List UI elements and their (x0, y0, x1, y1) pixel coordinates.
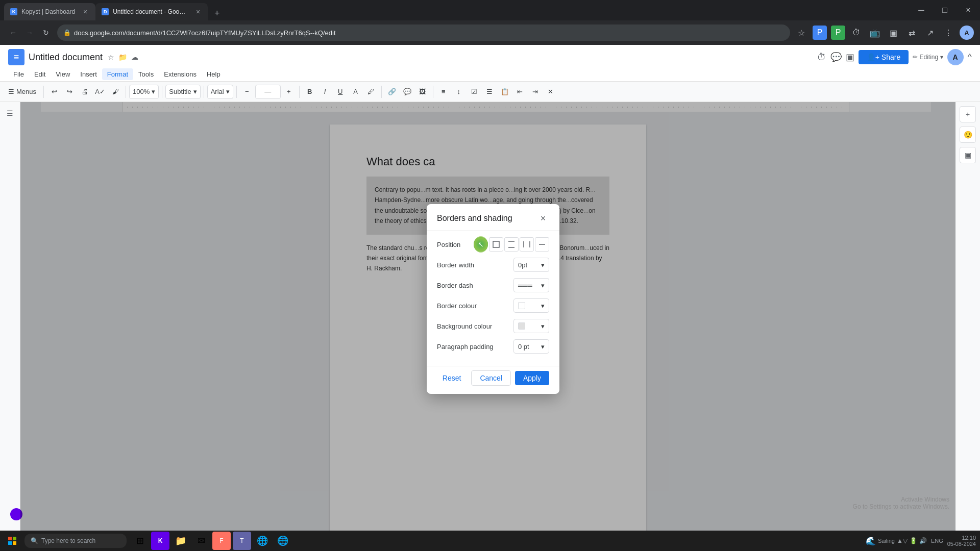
minimize-button[interactable]: ─ (910, 0, 933, 20)
bold-button[interactable]: B (303, 85, 317, 99)
background-colour-dropdown[interactable]: ▾ (513, 319, 549, 333)
close-button[interactable]: × (957, 0, 980, 20)
more-options-button[interactable]: ⋮ (941, 26, 955, 40)
outline-icon[interactable]: ☰ (3, 106, 17, 120)
taskbar-task-view[interactable]: ⊞ (131, 532, 149, 550)
font-dropdown[interactable]: Arial ▾ (207, 85, 233, 99)
redo-button[interactable]: ↪ (62, 85, 77, 99)
border-colour-dropdown[interactable]: ▾ (513, 298, 549, 313)
folder-icon[interactable]: 📁 (117, 52, 128, 62)
position-box-v-button[interactable] (520, 237, 534, 252)
indent-more-button[interactable]: ⇥ (528, 85, 543, 99)
share-button[interactable]: 👤+ Share (859, 50, 909, 64)
maximize-button[interactable]: □ (933, 0, 957, 20)
doc-main[interactable]: What does ca Contrary to popu...m text. … (20, 102, 955, 531)
checklist-button[interactable]: ☑ (467, 85, 481, 99)
border-colour-chevron: ▾ (541, 302, 545, 310)
image-button[interactable]: 🖼 (415, 85, 430, 99)
template-button[interactable]: ▣ (960, 147, 976, 163)
extensions-button[interactable]: P (813, 26, 827, 40)
meet-icon[interactable]: ▣ (846, 52, 854, 63)
print-button[interactable]: 🖨 (78, 85, 92, 99)
profile-avatar[interactable]: A (960, 26, 974, 40)
style-dropdown[interactable]: Subtitle ▾ (165, 85, 200, 99)
back-button[interactable]: ← (6, 26, 20, 40)
taskbar-teams[interactable]: T (233, 532, 251, 550)
cast-button[interactable]: 📺 (868, 26, 882, 40)
link-button[interactable]: 🔗 (385, 85, 399, 99)
font-size-decrease[interactable]: − (240, 85, 254, 99)
indent-less-button[interactable]: ⇤ (513, 85, 527, 99)
forward-button[interactable]: → (22, 26, 37, 40)
start-button[interactable] (4, 533, 20, 549)
tab-2-close[interactable]: × (194, 8, 202, 16)
position-box-all-button[interactable] (489, 237, 503, 252)
spellcheck-button[interactable]: A✓ (93, 85, 107, 99)
border-width-dropdown[interactable]: 0pt ▾ (513, 258, 549, 272)
comments-icon[interactable]: 💬 (830, 52, 842, 63)
position-box-h-button[interactable] (504, 237, 519, 252)
menu-insert[interactable]: Insert (75, 68, 102, 80)
history-icon[interactable]: ⏱ (817, 52, 826, 63)
bookmark-button[interactable]: ☆ (794, 26, 808, 40)
taskbar-kopyst[interactable]: K (151, 532, 169, 550)
menu-edit[interactable]: Edit (29, 68, 51, 80)
collapse-icon[interactable]: ^ (968, 52, 972, 63)
font-size-box[interactable]: — (255, 85, 281, 99)
taskbar-chrome[interactable]: 🌐 (253, 532, 272, 550)
url-bar[interactable]: 🔒 docs.google.com/document/d/1CCZWl7ocz6… (57, 24, 790, 41)
zoom-dropdown[interactable]: 100% ▾ (129, 85, 159, 99)
position-box-center-button[interactable] (535, 237, 549, 252)
comment-button[interactable]: 💬 (400, 85, 414, 99)
undo-button[interactable]: ↩ (47, 85, 61, 99)
modal-close-button[interactable]: × (537, 212, 549, 224)
menus-dropdown[interactable]: ☰ Menus (4, 85, 40, 99)
apply-button[interactable]: Apply (515, 371, 549, 385)
number-list-button[interactable]: 📋 (498, 85, 512, 99)
history-button[interactable]: ⏱ (849, 26, 864, 40)
extensions-button-2[interactable]: P (831, 26, 845, 40)
border-dash-dropdown[interactable]: ═══ ▾ (513, 278, 549, 292)
position-cursor-button[interactable]: ↖ (474, 237, 488, 252)
line-spacing-button[interactable]: ↕ (452, 85, 466, 99)
menu-file[interactable]: File (8, 68, 29, 80)
tab-1-close[interactable]: × (81, 8, 89, 16)
refresh-button[interactable]: ↻ (39, 26, 53, 40)
sync-button[interactable]: ⇄ (904, 26, 919, 40)
side-panel-button[interactable]: ▣ (886, 26, 900, 40)
taskbar-mail[interactable]: ✉ (192, 532, 210, 550)
svg-rect-7 (13, 537, 16, 540)
reset-button[interactable]: Reset (436, 371, 468, 385)
taskbar-search[interactable]: 🔍 Type here to search (24, 534, 127, 548)
menu-view[interactable]: View (51, 68, 75, 80)
text-color-button[interactable]: A (349, 85, 363, 99)
menu-help[interactable]: Help (202, 68, 226, 80)
menu-tools[interactable]: Tools (133, 68, 159, 80)
underline-button[interactable]: U (333, 85, 348, 99)
external-link-button[interactable]: ↗ (923, 26, 937, 40)
taskbar-files[interactable]: 📁 (172, 532, 190, 550)
docs-user-avatar[interactable]: A (947, 49, 964, 65)
emoji-button[interactable]: 🙂 (960, 127, 976, 143)
align-button[interactable]: ≡ (436, 85, 451, 99)
paragraph-padding-dropdown[interactable]: 0 pt ▾ (513, 339, 549, 354)
star-icon[interactable]: ☆ (107, 52, 115, 62)
editing-mode-dropdown[interactable]: ✏ Editing ▾ (913, 54, 943, 61)
clear-format-button[interactable]: ✕ (544, 85, 558, 99)
font-size-increase[interactable]: + (282, 85, 296, 99)
new-tab-button[interactable]: + (210, 6, 224, 20)
taskbar-chrome2[interactable]: 🌐 (274, 532, 292, 550)
highlight-button[interactable]: 🖊 (364, 85, 378, 99)
menu-extensions[interactable]: Extensions (159, 68, 202, 80)
bullet-list-button[interactable]: ☰ (482, 85, 497, 99)
cloud-icon[interactable]: ☁ (130, 52, 139, 62)
explore-button[interactable]: + (960, 106, 976, 122)
italic-button[interactable]: I (318, 85, 332, 99)
paint-format-button[interactable]: 🖌 (108, 85, 122, 99)
cancel-button[interactable]: Cancel (471, 370, 511, 386)
tab-1[interactable]: K Kopyst | Dashboard × (4, 3, 95, 20)
menu-format[interactable]: Format (102, 68, 133, 80)
taskbar-figma[interactable]: F (212, 532, 231, 550)
font-chevron: ▾ (226, 88, 230, 95)
tab-2[interactable]: D Untitled document - Google D... × (95, 3, 208, 20)
